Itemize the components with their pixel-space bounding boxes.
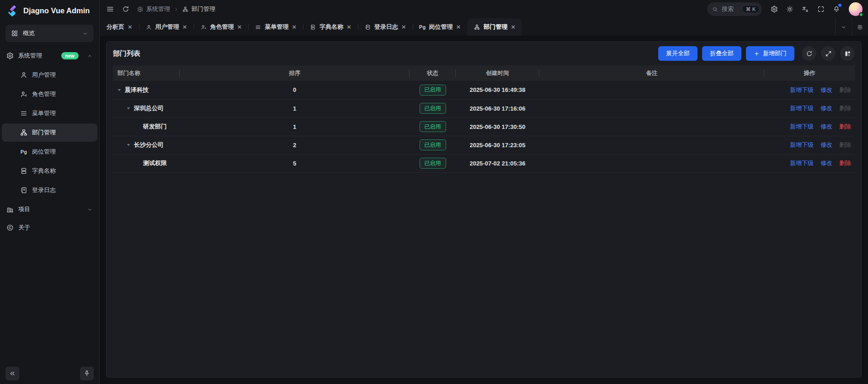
close-icon[interactable]: × <box>457 23 461 31</box>
tabs-dropdown-button[interactable] <box>835 18 852 36</box>
edit-link[interactable]: 修改 <box>820 123 832 131</box>
sidebar-item-position-management[interactable]: Pg岗位管理 <box>2 143 97 161</box>
close-icon[interactable]: × <box>347 23 351 31</box>
add-child-link[interactable]: 新增下级 <box>790 123 814 131</box>
tabs-panel-button[interactable] <box>852 18 868 36</box>
tree-caret-icon[interactable] <box>126 142 131 148</box>
row-actions: 新增下级修改删除 <box>764 123 855 131</box>
org-icon <box>474 24 480 30</box>
table-row: 长沙分公司2已启用2025-06-30 17:23:05新增下级修改删除 <box>113 136 855 154</box>
fullscreen-button[interactable] <box>814 2 828 16</box>
column-header-name: 部门名称 <box>113 65 180 81</box>
tab-analysis-page[interactable]: 分析页× <box>100 18 139 36</box>
edit-link[interactable]: 修改 <box>820 141 832 149</box>
edit-link[interactable]: 修改 <box>820 159 832 167</box>
search-placeholder: 搜索 <box>722 5 734 13</box>
close-icon[interactable]: × <box>238 23 242 31</box>
sun-icon <box>786 5 793 13</box>
edit-link[interactable]: 修改 <box>820 104 832 112</box>
column-header-sort: 排序 <box>180 65 410 81</box>
sidebar-item-role-management[interactable]: 角色管理 <box>2 85 97 103</box>
tab-menu-management[interactable]: 菜单管理× <box>248 18 303 36</box>
close-icon[interactable]: × <box>511 23 515 31</box>
column-header-status: 状态 <box>410 65 456 81</box>
pg-icon: Pg <box>420 24 426 30</box>
avatar[interactable] <box>849 2 863 16</box>
pg-icon: Pg <box>20 148 27 155</box>
columns-button[interactable] <box>840 46 855 61</box>
refresh-button[interactable] <box>802 46 816 61</box>
delete-link: 删除 <box>839 141 851 149</box>
tab-dictionary-name[interactable]: 字典名称× <box>303 18 358 36</box>
sidebar-item-about[interactable]: 关于 <box>0 219 99 237</box>
breadcrumb-item-department-management[interactable]: 部门管理 <box>182 5 215 13</box>
add-child-link[interactable]: 新增下级 <box>790 141 814 149</box>
tab-login-log[interactable]: 登录日志× <box>358 18 413 36</box>
language-button[interactable]: 文A <box>799 2 812 16</box>
sidebar-item-project[interactable]: 项目 <box>0 200 99 219</box>
fullscreen-button[interactable] <box>821 46 836 61</box>
add-department-button[interactable]: 新增部门 <box>746 46 794 61</box>
sidebar-collapse-button[interactable] <box>5 367 19 380</box>
chevron-down-icon <box>841 24 847 30</box>
delete-link[interactable]: 删除 <box>839 159 851 167</box>
fullscreen-icon <box>817 5 825 13</box>
tab-label: 字典名称 <box>320 23 343 31</box>
delete-link: 删除 <box>839 104 851 112</box>
sidebar-footer <box>0 363 99 384</box>
close-icon[interactable]: × <box>183 23 187 31</box>
column-header-remark: 备注 <box>539 65 764 81</box>
tab-user-management[interactable]: 用户管理× <box>139 18 194 36</box>
status-badge: 已启用 <box>420 139 446 150</box>
close-icon[interactable]: × <box>128 23 132 31</box>
sidebar-item-system-management[interactable]: 系统管理new <box>0 47 99 65</box>
column-header-actions: 操作 <box>764 65 855 81</box>
collapse-all-button[interactable]: 折叠全部 <box>702 46 741 61</box>
sidebar-item-department-management[interactable]: 部门管理 <box>2 123 97 142</box>
department-name: 研发部门 <box>143 123 167 131</box>
tab-label: 角色管理 <box>210 23 234 31</box>
tab-role-management[interactable]: 角色管理× <box>194 18 249 36</box>
sidebar-item-label: 关于 <box>18 224 30 232</box>
department-name: 测试权限 <box>143 159 167 167</box>
sidebar-item-login-log[interactable]: 登录日志 <box>2 181 97 199</box>
add-child-link[interactable]: 新增下级 <box>790 86 814 94</box>
tabbar: 分析页×用户管理×角色管理×菜单管理×字典名称×登录日志×Pg岗位管理×部门管理… <box>100 18 868 36</box>
settings-button[interactable] <box>767 2 781 16</box>
tree-caret-icon[interactable] <box>126 106 131 111</box>
add-child-link[interactable]: 新增下级 <box>790 104 814 112</box>
copyright-icon <box>6 224 14 231</box>
sidebar-pin-button[interactable] <box>80 367 94 380</box>
edit-link[interactable]: 修改 <box>820 86 832 94</box>
page-refresh-button[interactable] <box>119 2 133 16</box>
tab-department-management[interactable]: 部门管理× <box>467 18 522 36</box>
sidebar-item-user-management[interactable]: 用户管理 <box>2 66 97 84</box>
org-icon <box>20 129 27 136</box>
sidebar-item-dictionary-name[interactable]: 字典名称 <box>2 162 97 180</box>
close-icon[interactable]: × <box>292 23 296 31</box>
tab-label: 部门管理 <box>484 23 507 31</box>
user-icon <box>20 71 27 79</box>
sort-value: 2 <box>180 136 410 154</box>
tab-position-management[interactable]: Pg岗位管理× <box>413 18 468 36</box>
sidebar-item-overview[interactable]: 概览 <box>5 25 94 42</box>
department-name: 深圳总公司 <box>134 104 164 112</box>
sidebar-toggle-button[interactable] <box>103 2 117 16</box>
expand-icon <box>825 50 832 57</box>
notifications-button[interactable] <box>830 2 843 16</box>
gear-icon <box>771 5 778 13</box>
sidebar-item-menu-management[interactable]: 菜单管理 <box>2 104 97 123</box>
notification-dot <box>838 4 841 7</box>
close-icon[interactable]: × <box>402 23 406 31</box>
tree-caret-icon[interactable] <box>117 87 122 93</box>
expand-all-button[interactable]: 展开全部 <box>658 46 698 61</box>
created-time: 2025-07-02 21:05:36 <box>456 154 539 172</box>
sort-value: 5 <box>180 154 410 172</box>
add-child-link[interactable]: 新增下级 <box>790 159 814 167</box>
delete-link: 删除 <box>839 86 851 94</box>
delete-link[interactable]: 删除 <box>839 123 851 131</box>
status-badge: 已启用 <box>420 121 446 132</box>
theme-button[interactable] <box>783 2 797 16</box>
search-input[interactable]: 搜索 ⌘ K <box>707 2 762 16</box>
breadcrumb-item-system-management[interactable]: 系统管理 <box>137 5 170 13</box>
